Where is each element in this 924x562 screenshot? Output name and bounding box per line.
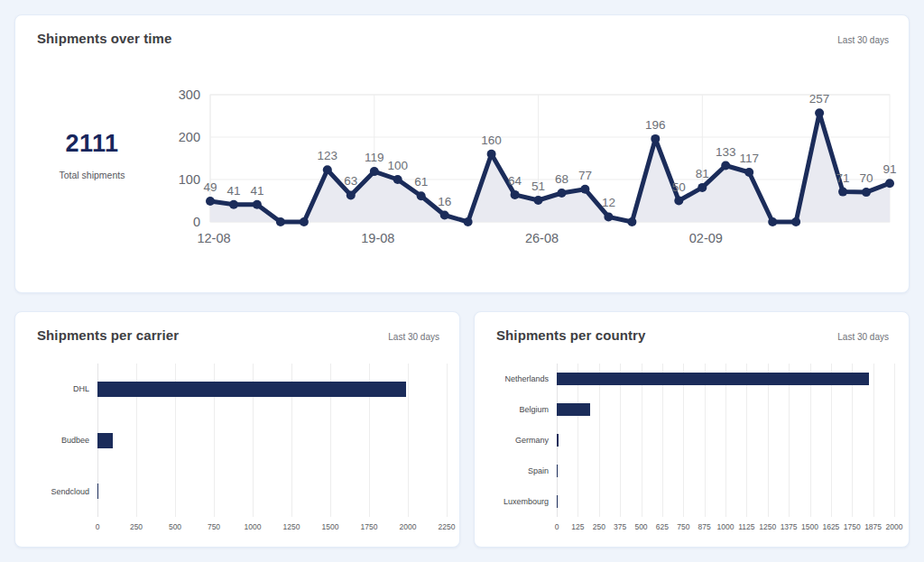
x-axis-tick-label: 1875 — [864, 522, 882, 531]
period-label: Last 30 days — [837, 332, 889, 342]
y-axis-tick-label: 300 — [179, 88, 200, 102]
data-point — [838, 188, 847, 197]
data-point — [417, 191, 426, 200]
x-axis-tick-label: 02-09 — [689, 231, 723, 245]
data-point — [862, 188, 871, 197]
x-axis-tick-label: 625 — [656, 522, 669, 531]
category-label: Belgium — [475, 404, 549, 415]
grid-line-v — [725, 364, 726, 517]
data-point-label: 119 — [365, 151, 384, 164]
data-point — [627, 217, 636, 226]
bar — [557, 495, 558, 508]
data-point — [744, 168, 753, 177]
data-point — [300, 217, 309, 226]
grid-line-v — [831, 364, 832, 517]
x-axis-tick-label: 2000 — [400, 522, 417, 531]
x-axis-tick-label: 1000 — [717, 522, 735, 531]
x-axis-tick-label: 1000 — [245, 522, 262, 531]
grid-line-v — [810, 364, 811, 517]
data-point-label: 61 — [414, 175, 428, 189]
x-axis-tick-label: 875 — [698, 522, 711, 531]
data-point — [698, 183, 707, 192]
data-point — [768, 217, 777, 226]
dashboard: Shipments over time Last 30 days 2111 To… — [14, 14, 910, 548]
x-axis-tick-label: 0 — [555, 522, 559, 531]
x-axis-tick-label: 19-08 — [361, 231, 394, 245]
x-axis-tick-label: 1250 — [759, 522, 776, 531]
data-point — [558, 189, 567, 198]
grid-line-v — [578, 364, 578, 517]
x-axis-tick-label: 2000 — [886, 522, 903, 531]
data-point-label: 133 — [716, 145, 736, 159]
grid-line-v — [620, 364, 621, 517]
total-shipments-summary: 2111 Total shipments — [15, 82, 169, 250]
grid-line-v — [768, 364, 769, 517]
shipments-per-country-panel: Shipments per country Last 30 days Nethe… — [474, 311, 910, 548]
data-point-label: 16 — [438, 195, 451, 208]
panel-header: Shipments over time Last 30 days — [15, 15, 909, 46]
data-point — [791, 217, 800, 226]
data-point — [206, 197, 215, 206]
data-point — [487, 150, 496, 159]
grid-line-v — [642, 364, 642, 517]
x-axis-tick-label: 1750 — [844, 522, 861, 531]
x-axis-tick-label: 0 — [96, 522, 100, 531]
x-axis-tick-label: 250 — [593, 522, 605, 531]
category-label: Spain — [475, 465, 549, 476]
panel-header: Shipments per carrier Last 30 days — [15, 312, 459, 343]
panel-title: Shipments per country — [496, 327, 645, 343]
data-point-label: 63 — [344, 174, 357, 188]
line-chart: 010020030012-0819-0826-0802-094941411236… — [169, 82, 901, 250]
bar — [557, 434, 559, 447]
data-point-label: 12 — [602, 196, 615, 209]
panel-title: Shipments over time — [37, 31, 171, 46]
bar — [97, 433, 113, 448]
x-axis-tick-label: 750 — [677, 522, 689, 531]
bottom-panels-row: Shipments per carrier Last 30 days DHLBu… — [14, 311, 910, 548]
grid-line-v — [662, 364, 663, 517]
data-point-label: 257 — [809, 92, 830, 106]
x-axis-tick-label: 750 — [208, 522, 220, 531]
category-label: Netherlands — [475, 373, 549, 384]
data-point — [815, 108, 824, 117]
panel-body: 2111 Total shipments 010020030012-0819-0… — [15, 82, 909, 250]
data-point — [323, 165, 332, 174]
period-label: Last 30 days — [837, 35, 889, 45]
bar — [97, 382, 406, 397]
data-point-label: 77 — [578, 169, 592, 182]
grid-line-v — [852, 364, 853, 517]
line-chart-svg: 010020030012-0819-0826-0802-094941411236… — [169, 82, 901, 250]
data-point-label: 117 — [739, 152, 759, 165]
x-axis-tick-label: 2250 — [439, 522, 456, 531]
data-point — [580, 185, 589, 194]
grid-line-v — [683, 364, 684, 517]
x-axis-tick-label: 12-08 — [197, 231, 230, 245]
grid-line-v — [599, 364, 600, 517]
data-point — [511, 190, 520, 199]
data-point — [440, 211, 449, 220]
data-point — [276, 217, 285, 226]
data-point-label: 123 — [318, 149, 338, 162]
x-axis-tick-label: 1500 — [801, 522, 818, 531]
x-axis-tick-label: 375 — [614, 522, 626, 531]
data-point-label: 196 — [645, 118, 666, 132]
category-label: DHL — [15, 383, 89, 394]
category-label: Budbee — [15, 435, 89, 446]
x-axis-tick-label: 250 — [130, 522, 143, 531]
data-point-label: 49 — [203, 180, 217, 194]
grid-line-v — [746, 364, 747, 517]
x-axis-tick-label: 1625 — [822, 522, 839, 531]
x-axis-tick-label: 26-08 — [525, 231, 559, 245]
shipments-over-time-panel: Shipments over time Last 30 days 2111 To… — [14, 14, 910, 293]
period-label: Last 30 days — [388, 332, 439, 342]
data-point — [651, 134, 660, 143]
category-label: Germany — [475, 435, 549, 446]
data-point — [346, 190, 356, 199]
data-point — [253, 200, 262, 209]
data-point-label: 41 — [250, 184, 263, 198]
data-point-label: 70 — [859, 171, 873, 185]
data-point-label: 64 — [508, 174, 522, 188]
x-axis-tick-label: 125 — [571, 522, 584, 531]
grid-line-v — [447, 364, 448, 517]
data-point — [721, 161, 730, 170]
